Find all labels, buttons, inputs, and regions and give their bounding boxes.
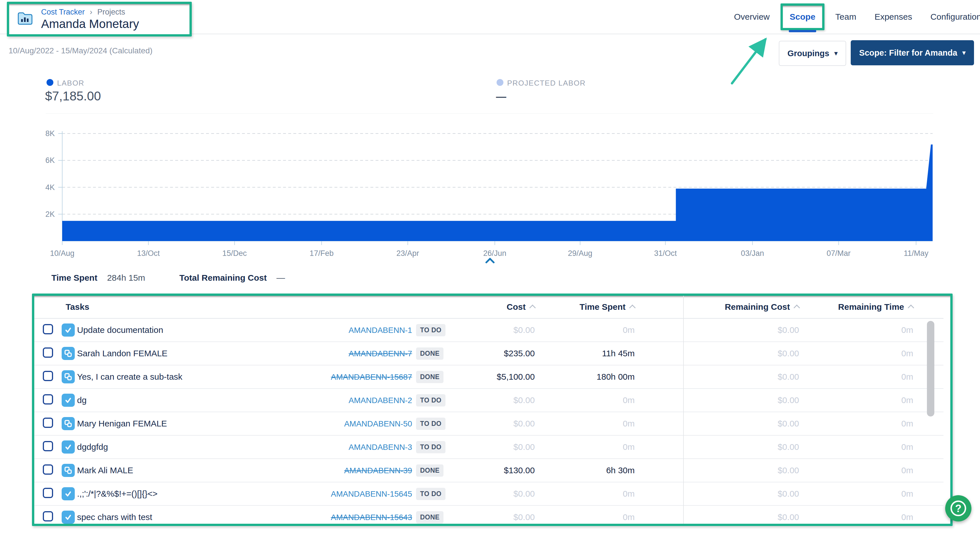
issue-type-cell (59, 440, 77, 453)
row-checkbox-cell (34, 371, 59, 383)
tab-overview[interactable]: Overview (734, 12, 770, 22)
svg-text:13/Oct: 13/Oct (137, 249, 160, 257)
issue-type-subtask-icon (62, 370, 75, 383)
scope-filter-button[interactable]: Scope: Filter for Amanda ▾ (851, 40, 974, 65)
tab-expenses[interactable]: Expenses (874, 12, 912, 22)
status-cell: TO DO (416, 394, 479, 407)
task-name: dg (77, 396, 307, 405)
column-header-cost[interactable]: Cost (479, 302, 535, 312)
column-header-remaining-time[interactable]: Remaining Time (799, 302, 913, 312)
tab-scope[interactable]: Scope (790, 12, 815, 21)
chevron-down-icon: ▾ (962, 49, 966, 56)
time-spent-value: 180h 00m (535, 372, 635, 382)
table-scrollbar[interactable] (927, 321, 934, 416)
issue-key-link[interactable]: AMANDABENN-15687 (331, 373, 412, 381)
status-badge: DONE (416, 511, 444, 523)
time-spent-value: 0m (535, 489, 635, 499)
issue-key-cell: AMANDABENN-50 (307, 419, 412, 428)
table-column-divider (683, 296, 684, 524)
svg-text:26/Jun: 26/Jun (483, 249, 506, 257)
status-badge: DONE (416, 348, 444, 360)
column-header-remaining-cost[interactable]: Remaining Cost (685, 302, 799, 312)
tab-configuration[interactable]: Configuration (930, 12, 980, 22)
row-checkbox-cell (34, 348, 59, 360)
totals-bar: Time Spent 284h 15m Total Remaining Cost… (51, 273, 285, 283)
issue-type-cell (59, 417, 77, 430)
remaining-time-value: 0m (799, 466, 913, 475)
table-row: Mark Ali MALEAMANDABENN-39DONE$130.006h … (34, 459, 943, 482)
row-checkbox[interactable] (43, 418, 53, 428)
cost-value: $235.00 (479, 348, 535, 358)
remaining-time-value: 0m (799, 325, 913, 335)
time-spent-value: 11h 45m (535, 348, 635, 358)
row-checkbox-cell (34, 511, 59, 523)
issue-type-subtask-icon (62, 464, 75, 477)
table-row: dgdgfdgAMANDABENN-3TO DO$0.000m$0.000m (34, 435, 943, 459)
row-checkbox[interactable] (43, 348, 53, 358)
cost-value: $0.00 (479, 396, 535, 405)
labor-cost-chart: 2K4K6K8K10/Aug13/Oct15/Dec17/Feb23/Apr26… (43, 126, 939, 261)
row-checkbox-cell (34, 324, 59, 336)
issue-key-link[interactable]: AMANDABENN-15643 (331, 513, 412, 522)
status-badge: TO DO (416, 394, 445, 407)
project-header-text: Cost Tracker › Projects Amanda Monetary (41, 7, 139, 31)
cost-value: $130.00 (479, 466, 535, 475)
row-checkbox[interactable] (43, 511, 53, 521)
page-title: Amanda Monetary (41, 17, 139, 31)
table-row: Mary Henigan FEMALEAMANDABENN-50TO DO$0.… (34, 412, 943, 435)
time-spent-value: 0m (535, 396, 635, 405)
issue-key-link[interactable]: AMANDABENN-50 (344, 419, 412, 428)
scope-filter-button-label: Scope: Filter for Amanda (859, 48, 958, 58)
svg-text:17/Feb: 17/Feb (310, 249, 334, 257)
collapse-chart-chevron-icon[interactable] (485, 257, 495, 264)
svg-text:03/Jan: 03/Jan (741, 249, 764, 257)
remaining-time-value: 0m (799, 396, 913, 405)
issue-key-link[interactable]: AMANDABENN-7 (349, 349, 412, 358)
issue-type-task-icon (62, 510, 75, 524)
task-name: Sarah Landon FEMALE (77, 348, 307, 358)
groupings-button[interactable]: Groupings ▾ (779, 41, 846, 66)
status-cell: DONE (416, 464, 479, 477)
row-checkbox[interactable] (43, 324, 53, 334)
row-checkbox-cell (34, 394, 59, 407)
column-header-tasks: Tasks (34, 302, 307, 312)
issue-key-link[interactable]: AMANDABENN-1 (349, 326, 412, 335)
row-checkbox[interactable] (43, 488, 53, 498)
remaining-cost-value: $0.00 (685, 489, 799, 499)
tab-team[interactable]: Team (835, 12, 856, 22)
issue-key-link[interactable]: AMANDABENN-15645 (331, 490, 412, 498)
issue-key-cell: AMANDABENN-15643 (307, 512, 412, 522)
row-checkbox-cell (34, 464, 59, 477)
issue-type-task-icon (62, 440, 75, 453)
labor-total-value: $7,185.00 (45, 89, 101, 103)
issue-key-cell: AMANDABENN-15645 (307, 489, 412, 499)
issue-key-link[interactable]: AMANDABENN-39 (344, 466, 412, 475)
issue-key-cell: AMANDABENN-39 (307, 466, 412, 475)
sort-caret-icon (629, 305, 636, 311)
row-checkbox[interactable] (43, 371, 53, 381)
groupings-button-label: Groupings (788, 49, 829, 58)
remaining-cost-value: $0.00 (685, 419, 799, 428)
cost-value: $0.00 (479, 419, 535, 428)
row-checkbox[interactable] (43, 464, 53, 475)
labor-legend-label: LABOR (57, 79, 84, 87)
row-checkbox[interactable] (43, 441, 53, 451)
remaining-cost-value: $0.00 (685, 348, 799, 358)
status-badge: DONE (416, 464, 444, 477)
row-checkbox[interactable] (43, 394, 53, 405)
row-checkbox-cell (34, 441, 59, 453)
total-remaining-cost-label: Total Remaining Cost (180, 273, 267, 283)
issue-key-link[interactable]: AMANDABENN-3 (349, 443, 412, 451)
time-spent-value: 0m (535, 419, 635, 428)
issue-type-cell (59, 347, 77, 360)
time-spent-total-value: 284h 15m (107, 273, 145, 283)
help-button[interactable]: ? (945, 495, 971, 521)
cost-value: $0.00 (479, 489, 535, 499)
breadcrumb: Cost Tracker › Projects (41, 8, 125, 16)
issue-key-link[interactable]: AMANDABENN-2 (349, 396, 412, 405)
breadcrumb-cost-tracker-link[interactable]: Cost Tracker (41, 8, 85, 16)
column-header-time-spent[interactable]: Time Spent (535, 302, 635, 312)
projected-labor-legend-label: PROJECTED LABOR (507, 79, 585, 87)
issue-type-cell (59, 370, 77, 383)
issue-type-cell (59, 510, 77, 524)
